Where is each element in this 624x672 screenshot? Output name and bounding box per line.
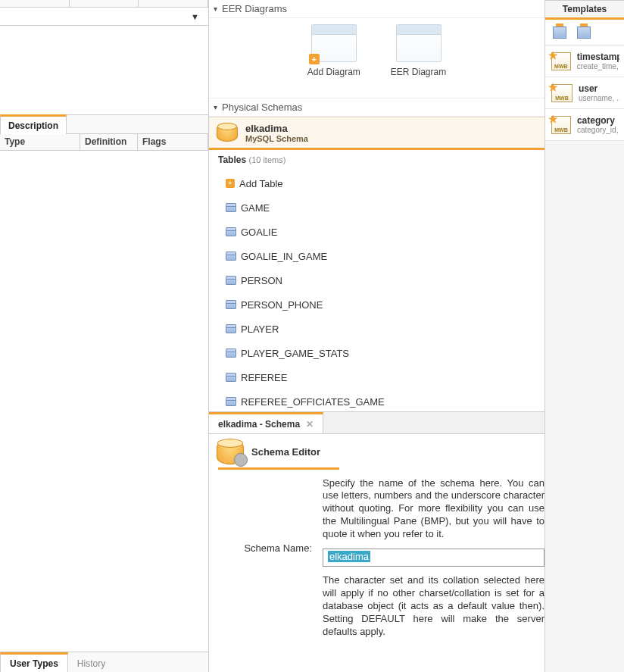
editor-tab[interactable]: elkadima - Schema ✕	[209, 412, 323, 433]
template-item[interactable]: MWB timestampscreate_time, ...	[545, 45, 624, 77]
table-name: REFEREE_OFFICIATES_GAME	[241, 396, 385, 408]
eer-diagram-label: EER Diagram	[391, 67, 446, 77]
col-definition[interactable]: Definition	[80, 134, 138, 150]
schema-name: elkadima	[245, 123, 308, 134]
add-table-label: Add Table	[239, 178, 283, 189]
table-row[interactable]: GAME	[209, 195, 544, 220]
mwb-icon: MWB	[551, 52, 571, 70]
add-diagram-icon	[311, 24, 357, 62]
table-icon	[226, 324, 236, 333]
left-panel: ▼ Description Type Definition Flags User…	[0, 0, 209, 672]
editor-title: Schema Editor	[251, 446, 320, 458]
object-selector-dropdown[interactable]: ▼	[0, 8, 208, 26]
col-type[interactable]: Type	[0, 134, 80, 150]
schema-name-help: Specify the name of the schema here. You…	[323, 477, 544, 541]
table-name: GOALIE_IN_GAME	[241, 251, 327, 262]
table-icon	[226, 349, 236, 358]
eer-diagram-item[interactable]: EER Diagram	[391, 24, 446, 92]
types-grid-body[interactable]	[0, 151, 208, 652]
table-name: GAME	[241, 202, 270, 214]
table-icon	[226, 276, 236, 285]
phys-header-label: Physical Schemas	[222, 102, 302, 113]
table-name: GOALIE	[241, 227, 277, 238]
template-subtitle: category_id, ...	[577, 126, 619, 134]
chevron-down-icon: ▾	[214, 5, 217, 13]
table-row[interactable]: REFEREE_OFFICIATES_GAME	[209, 389, 544, 411]
tab-description[interactable]: Description	[0, 114, 67, 134]
tables-label: Tables	[218, 155, 246, 165]
tab-history[interactable]: History	[68, 655, 114, 672]
template-icon[interactable]	[577, 27, 591, 39]
left-toolbar	[0, 0, 208, 8]
mwb-icon: MWB	[551, 84, 573, 102]
templates-toolbar	[545, 20, 624, 45]
mwb-icon: MWB	[551, 116, 571, 134]
schema-header[interactable]: elkadima MySQL Schema	[209, 117, 544, 150]
eer-diagrams-header[interactable]: ▾ EER Diagrams	[209, 0, 544, 18]
editor-tab-label: elkadima - Schema	[218, 419, 300, 430]
table-name: PERSON_PHONE	[241, 299, 323, 311]
left-bottom-tabs: User Types History	[0, 652, 208, 672]
tables-tree: + Add Table GAME GOALIE GOALIE_IN_GAME P…	[209, 170, 544, 411]
table-row[interactable]: GOALIE_IN_GAME	[209, 244, 544, 268]
table-icon	[226, 300, 236, 309]
center-panel: ▾ EER Diagrams Add Diagram EER Diagram ▾…	[209, 0, 545, 672]
template-item[interactable]: MWB categorycategory_id, ...	[545, 109, 624, 141]
left-info-tabs: Description	[0, 115, 208, 134]
table-name: REFEREE	[241, 372, 287, 383]
col-flags[interactable]: Flags	[138, 134, 208, 150]
eer-diagram-icon	[396, 24, 441, 62]
schema-name-input[interactable]: elkadima	[323, 549, 544, 567]
template-title: category	[577, 115, 619, 126]
table-icon	[226, 397, 236, 406]
table-row[interactable]: GOALIE	[209, 220, 544, 244]
table-row[interactable]: PLAYER_GAME_STATS	[209, 341, 544, 365]
tables-count: (10 items)	[248, 155, 285, 164]
types-grid-header: Type Definition Flags	[0, 134, 208, 151]
table-name: PERSON	[241, 275, 282, 286]
chevron-down-icon: ▾	[214, 103, 217, 111]
chevron-down-icon: ▼	[191, 12, 199, 21]
table-icon	[226, 252, 236, 261]
add-table-row[interactable]: + Add Table	[209, 171, 544, 195]
table-row[interactable]: REFEREE	[209, 365, 544, 389]
new-template-icon[interactable]	[553, 27, 566, 39]
table-name: PLAYER_GAME_STATS	[241, 348, 349, 359]
schema-header-text: elkadima MySQL Schema	[245, 123, 308, 143]
editor-tab-bar: elkadima - Schema ✕	[209, 411, 544, 434]
object-info-area	[0, 26, 208, 115]
table-row[interactable]: PLAYER	[209, 317, 544, 341]
schema-name-label: Schema Name:	[209, 477, 315, 639]
templates-panel: Templates MWB timestampscreate_time, ...…	[545, 0, 624, 672]
app-root: ▼ Description Type Definition Flags User…	[0, 0, 624, 672]
editor-body: Schema Name: Specify the name of the sch…	[209, 470, 544, 639]
template-title: timestamps	[577, 52, 619, 62]
eer-header-label: EER Diagrams	[222, 3, 287, 14]
table-icon	[226, 203, 236, 212]
template-subtitle: create_time, ...	[577, 62, 619, 70]
charset-help: The character set and its collation sele…	[323, 574, 544, 638]
template-subtitle: username, ...	[579, 94, 619, 102]
schema-subtitle: MySQL Schema	[245, 134, 308, 143]
add-diagram-label: Add Diagram	[307, 67, 360, 77]
add-diagram-item[interactable]: Add Diagram	[307, 24, 360, 92]
physical-schemas-header[interactable]: ▾ Physical Schemas	[209, 98, 544, 117]
close-icon[interactable]: ✕	[306, 419, 314, 430]
table-icon	[226, 373, 236, 382]
template-title: user	[579, 83, 619, 94]
diagrams-row: Add Diagram EER Diagram	[209, 18, 544, 98]
tab-user-types[interactable]: User Types	[0, 652, 68, 672]
table-row[interactable]: PERSON	[209, 268, 544, 292]
table-icon	[226, 227, 236, 236]
schema-name-value: elkadima	[328, 551, 370, 562]
plus-icon: +	[226, 179, 235, 188]
table-name: PLAYER	[241, 323, 279, 335]
tables-header[interactable]: Tables (10 items)	[209, 150, 544, 170]
editor-header: Schema Editor	[209, 434, 544, 467]
schema-editor-icon	[217, 440, 244, 464]
templates-header: Templates	[545, 0, 624, 20]
schema-editor: Schema Editor Schema Name: Specify the n…	[209, 434, 544, 673]
database-icon	[217, 123, 238, 142]
table-row[interactable]: PERSON_PHONE	[209, 292, 544, 317]
template-item[interactable]: MWB userusername, ...	[545, 77, 624, 109]
